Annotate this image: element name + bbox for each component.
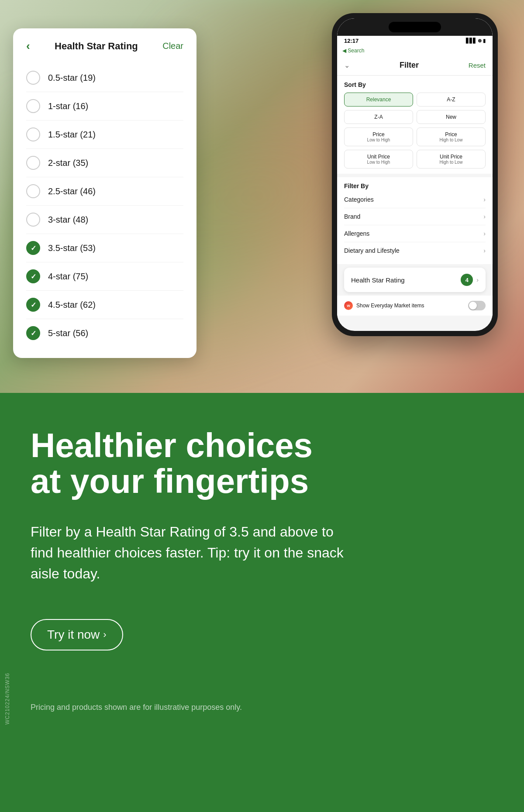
toggle-text: Show Everyday Market items	[356, 303, 424, 309]
radio-circle-4	[26, 184, 40, 198]
filter-label-1: 1-star (16)	[48, 101, 88, 111]
filter-header: ⌄ Filter Reset	[337, 55, 493, 76]
sort-by-label: Sort By	[344, 81, 486, 88]
filter-item-7[interactable]: 4-star (75)	[26, 262, 183, 291]
panel-header: ‹ Health Star Rating Clear	[26, 39, 183, 53]
filter-brand[interactable]: Brand ›	[344, 208, 486, 225]
back-nav[interactable]: ◀ Search	[337, 46, 493, 55]
toggle-switch[interactable]	[468, 301, 486, 310]
filter-label-9: 5-star (56)	[48, 328, 88, 338]
sort-section: Sort By Relevance A-Z Z-A New PriceLow t…	[337, 76, 493, 174]
hsr-chevron: ›	[476, 276, 479, 283]
filter-dietary[interactable]: Dietary and Lifestyle ›	[344, 242, 486, 259]
status-time: 12:17	[344, 38, 359, 44]
vertical-code: WC210224/NSW36	[4, 673, 10, 725]
filter-label-0: 0.5-star (19)	[48, 73, 96, 83]
sort-relevance[interactable]: Relevance	[344, 93, 413, 107]
filter-item-2[interactable]: 1.5-star (21)	[26, 120, 183, 149]
hsr-row-label: Health Star Rating	[351, 276, 405, 284]
body-text: Filter by a Health Star Rating of 3.5 an…	[31, 521, 354, 584]
bottom-section: WC210224/NSW36 Healthier choices at your…	[0, 393, 524, 812]
sort-az[interactable]: A-Z	[417, 93, 486, 107]
filter-item-0[interactable]: 0.5-star (19)	[26, 64, 183, 92]
radio-circle-9	[26, 326, 40, 340]
chevron-icon: ›	[483, 247, 486, 254]
filter-item-1[interactable]: 1-star (16)	[26, 92, 183, 120]
radio-circle-7	[26, 269, 40, 283]
filter-item-8[interactable]: 4.5-star (62)	[26, 291, 183, 319]
sort-unit-high-low[interactable]: Unit PriceHigh to Low	[417, 150, 486, 169]
filter-item-9[interactable]: 5-star (56)	[26, 319, 183, 347]
filter-allergens[interactable]: Allergens ›	[344, 225, 486, 242]
radio-circle-0	[26, 71, 40, 85]
status-icons: ▋▋▋ ⊛ ▮	[466, 38, 486, 44]
filter-label-3: 2-star (35)	[48, 158, 88, 168]
radio-circle-2	[26, 127, 40, 141]
sort-unit-low-high[interactable]: Unit PriceLow to High	[344, 150, 413, 169]
filter-by-label: Filter By	[344, 182, 486, 189]
star-rating-list: 0.5-star (19)1-star (16)1.5-star (21)2-s…	[26, 64, 183, 347]
try-btn-label: Try it now	[47, 628, 100, 642]
health-star-rating-panel: ‹ Health Star Rating Clear 0.5-star (19)…	[13, 28, 196, 358]
filter-item-4[interactable]: 2.5-star (46)	[26, 177, 183, 206]
filter-label-4: 2.5-star (46)	[48, 186, 96, 196]
toggle-label: W Show Everyday Market items	[344, 301, 424, 310]
status-bar: 12:17 ▋▋▋ ⊛ ▮	[337, 36, 493, 46]
sort-price-high-low[interactable]: PriceHigh to Low	[417, 127, 486, 146]
reset-button[interactable]: Reset	[469, 62, 486, 69]
filter-item-5[interactable]: 3-star (48)	[26, 206, 183, 234]
hsr-count: 4	[461, 274, 473, 286]
filter-label-2: 1.5-star (21)	[48, 130, 96, 140]
disclaimer-text: Pricing and products shown are for illus…	[31, 703, 493, 712]
radio-circle-8	[26, 298, 40, 312]
phone-notch	[337, 18, 493, 36]
filter-item-3[interactable]: 2-star (35)	[26, 149, 183, 177]
filter-screen: ⌄ Filter Reset Sort By Relevance A-Z Z-A…	[337, 55, 493, 316]
phone-screen: 12:17 ▋▋▋ ⊛ ▮ ◀ Search ⌄ Filter Reset So…	[337, 18, 493, 331]
hsr-row[interactable]: Health Star Rating 4 ›	[344, 268, 486, 292]
radio-circle-1	[26, 99, 40, 113]
radio-circle-3	[26, 156, 40, 170]
panel-title: Health Star Rating	[55, 41, 138, 52]
top-section: ‹ Health Star Rating Clear 0.5-star (19)…	[0, 0, 524, 393]
toggle-row: W Show Everyday Market items	[337, 296, 493, 316]
try-it-now-button[interactable]: Try it now ›	[31, 619, 123, 650]
sort-za[interactable]: Z-A	[344, 110, 413, 124]
filter-label-8: 4.5-star (62)	[48, 300, 96, 310]
phone-frame: 12:17 ▋▋▋ ⊛ ▮ ◀ Search ⌄ Filter Reset So…	[332, 13, 498, 336]
radio-circle-6	[26, 241, 40, 255]
chevron-icon: ›	[483, 213, 486, 220]
woolies-logo: W	[344, 301, 353, 310]
sort-grid: Relevance A-Z Z-A New PriceLow to High P…	[344, 93, 486, 169]
sort-new[interactable]: New	[417, 110, 486, 124]
filter-label-5: 3-star (48)	[48, 215, 88, 225]
back-icon[interactable]: ‹	[26, 39, 30, 53]
filter-label-6: 3.5-star (53)	[48, 243, 96, 253]
clear-button[interactable]: Clear	[162, 41, 183, 51]
dynamic-island	[389, 22, 441, 32]
headline: Healthier choices at your fingertips	[31, 428, 493, 499]
filter-by-section: Filter By Categories › Brand › Allergens…	[337, 177, 493, 264]
filter-label-7: 4-star (75)	[48, 272, 88, 282]
chevron-icon: ›	[483, 196, 486, 203]
filter-categories[interactable]: Categories ›	[344, 191, 486, 208]
toggle-knob	[469, 302, 477, 310]
phone-mockup: 12:17 ▋▋▋ ⊛ ▮ ◀ Search ⌄ Filter Reset So…	[332, 13, 498, 336]
filter-title: Filter	[400, 61, 419, 70]
dropdown-icon[interactable]: ⌄	[344, 61, 350, 69]
sort-price-low-high[interactable]: PriceLow to High	[344, 127, 413, 146]
filter-item-6[interactable]: 3.5-star (53)	[26, 234, 183, 262]
chevron-icon: ›	[483, 230, 486, 237]
radio-circle-5	[26, 213, 40, 227]
hsr-badge: 4 ›	[461, 274, 479, 286]
try-btn-arrow: ›	[103, 629, 106, 640]
